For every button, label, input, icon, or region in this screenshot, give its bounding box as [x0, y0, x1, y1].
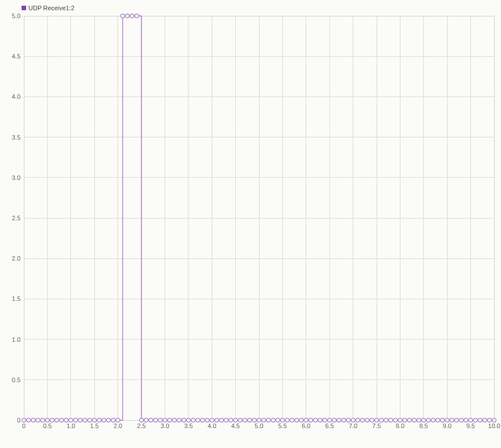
data-marker: [469, 418, 473, 422]
data-marker: [276, 418, 280, 422]
data-marker: [206, 418, 210, 422]
data-marker: [365, 418, 369, 422]
data-marker: [233, 418, 237, 422]
data-marker: [483, 418, 487, 422]
data-marker: [224, 418, 228, 422]
data-marker: [120, 14, 124, 18]
data-marker: [55, 418, 59, 422]
x-tick-label: 4.5: [231, 422, 240, 429]
data-marker: [421, 418, 425, 422]
y-tick-label: 1.0: [12, 336, 20, 343]
y-tick-label: 0.5: [12, 376, 20, 383]
data-marker: [403, 418, 407, 422]
data-marker: [314, 418, 318, 422]
data-marker: [144, 418, 148, 422]
data-marker: [88, 418, 92, 422]
data-marker: [102, 418, 106, 422]
data-marker: [412, 418, 416, 422]
data-marker: [394, 418, 398, 422]
x-tick-label: 3.5: [184, 422, 193, 429]
data-marker: [60, 418, 64, 422]
data-marker: [126, 14, 130, 18]
data-marker: [427, 418, 431, 422]
x-tick-label: 0.5: [43, 422, 52, 429]
data-marker: [177, 418, 181, 422]
data-marker: [252, 418, 256, 422]
data-marker: [130, 14, 134, 18]
data-marker: [186, 418, 190, 422]
data-marker: [149, 418, 153, 422]
data-marker: [215, 418, 219, 422]
data-marker: [492, 418, 496, 422]
data-marker: [191, 418, 195, 422]
data-marker: [182, 418, 186, 422]
data-marker: [342, 418, 346, 422]
y-tick-label: 2.0: [12, 255, 20, 262]
data-marker: [45, 418, 49, 422]
x-tick-label: 1.5: [90, 422, 99, 429]
data-marker: [304, 418, 308, 422]
data-marker: [454, 418, 458, 422]
data-marker: [262, 418, 266, 422]
data-marker: [266, 418, 270, 422]
data-marker: [36, 418, 40, 422]
data-marker: [69, 418, 73, 422]
y-tick-label: 1.5: [12, 295, 20, 302]
x-tick-label: 8.5: [419, 422, 428, 429]
data-marker: [243, 418, 247, 422]
data-marker: [107, 418, 111, 422]
data-marker: [389, 418, 393, 422]
x-tick-label: 5.0: [254, 422, 263, 429]
data-marker: [281, 418, 285, 422]
data-marker: [111, 418, 115, 422]
data-marker: [168, 418, 172, 422]
data-marker: [229, 418, 233, 422]
data-marker: [285, 418, 289, 422]
data-marker: [431, 418, 435, 422]
data-marker: [436, 418, 440, 422]
data-marker: [135, 14, 139, 18]
data-marker: [74, 418, 78, 422]
data-marker: [478, 418, 482, 422]
x-tick-label: 2.5: [137, 422, 145, 429]
data-marker: [487, 418, 491, 422]
x-tick-label: 9.0: [443, 422, 452, 429]
data-marker: [64, 418, 68, 422]
data-marker: [408, 418, 412, 422]
data-marker: [417, 418, 421, 422]
data-marker: [158, 418, 162, 422]
data-marker: [201, 418, 204, 422]
data-marker: [384, 418, 388, 422]
data-marker: [271, 418, 275, 422]
y-tick-label: 3.5: [12, 134, 20, 141]
x-tick-label: 4.0: [208, 422, 216, 429]
data-marker: [196, 418, 200, 422]
data-marker: [78, 418, 82, 422]
data-marker: [97, 418, 101, 422]
y-axis: 00.51.01.52.02.53.03.54.04.55.0: [12, 12, 20, 424]
data-marker: [450, 418, 454, 422]
x-tick-label: 2.0: [114, 422, 122, 429]
data-marker: [309, 418, 313, 422]
data-marker: [290, 418, 294, 422]
data-marker: [332, 418, 336, 422]
data-marker: [116, 418, 120, 422]
data-marker: [375, 418, 379, 422]
x-tick-label: 9.5: [466, 422, 475, 429]
data-marker: [22, 418, 26, 422]
x-tick-label: 7.5: [372, 422, 381, 429]
y-tick-label: 2.5: [12, 215, 20, 221]
x-tick-label: 0: [22, 422, 26, 429]
data-marker: [464, 418, 468, 422]
y-tick-label: 3.0: [12, 174, 20, 181]
data-marker: [27, 418, 31, 422]
data-marker: [238, 418, 242, 422]
data-marker: [295, 418, 299, 422]
data-marker: [219, 418, 223, 422]
data-marker: [473, 418, 477, 422]
data-marker: [318, 418, 322, 422]
x-tick-label: 7.0: [349, 422, 357, 429]
data-marker: [323, 418, 327, 422]
data-marker: [93, 418, 97, 422]
y-tick-label: 0: [17, 417, 20, 424]
